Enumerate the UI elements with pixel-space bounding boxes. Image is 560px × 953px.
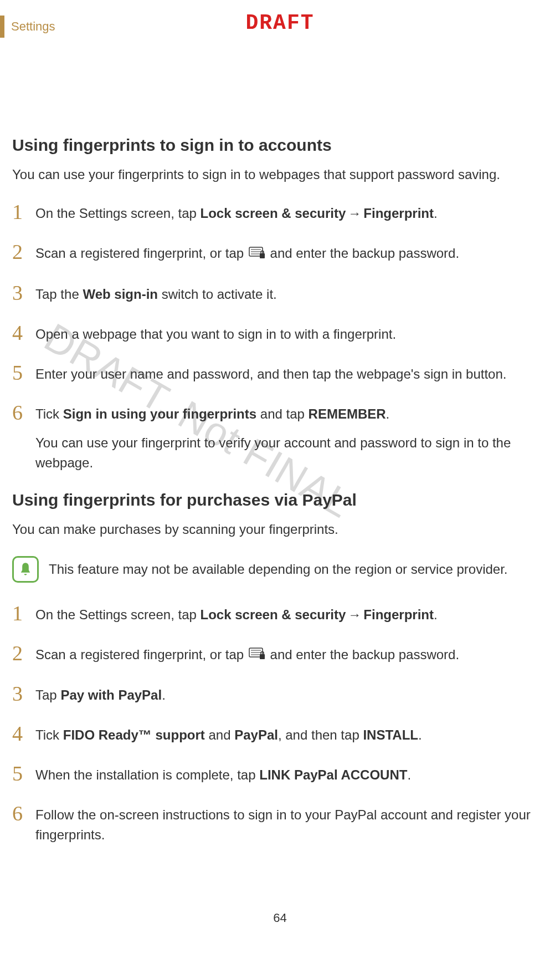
section1-steps: 1 On the Settings screen, tap Lock scree… [12,201,548,473]
section1-title: Using fingerprints to sign in to account… [12,136,548,155]
section2-title: Using fingerprints for purchases via Pay… [12,491,548,509]
list-item: 2 Scan a registered fingerprint, or tap … [12,643,548,666]
list-item: 5 Enter your user name and password, and… [12,362,548,384]
step-number: 1 [12,201,35,222]
page-number: 64 [273,911,286,925]
list-item: 4 Tick FIDO Ready™ support and PayPal, a… [12,723,548,745]
step-number: 3 [12,282,35,303]
step-number: 4 [12,322,35,343]
page-header: Settings DRAFT [0,0,560,35]
step-text: Open a webpage that you want to sign in … [35,322,396,344]
step-number: 6 [12,402,35,423]
section-tab-bar [0,16,4,38]
section1-intro: You can use your fingerprints to sign in… [12,165,548,185]
section2-intro: You can make purchases by scanning your … [12,519,548,539]
step-number: 5 [12,763,35,784]
list-item: 3 Tap Pay with PayPal. [12,683,548,705]
step-text: Scan a registered fingerprint, or tap an… [35,241,459,264]
list-item: 3 Tap the Web sign-in switch to activate… [12,282,548,304]
step-number: 6 [12,803,35,824]
step-text: Tick Sign in using your fingerprints and… [35,402,548,473]
svg-rect-4 [260,253,265,258]
step-number: 4 [12,723,35,744]
list-item: 2 Scan a registered fingerprint, or tap … [12,241,548,264]
step-number: 1 [12,603,35,624]
step-text: On the Settings screen, tap Lock screen … [35,603,438,625]
step-text: When the installation is complete, tap L… [35,763,411,785]
step-number: 3 [12,683,35,704]
main-content: DRAFT, Not FINAL Using fingerprints to s… [0,35,560,845]
step-text: Enter your user name and password, and t… [35,362,506,384]
section2-steps: 1 On the Settings screen, tap Lock scree… [12,603,548,845]
list-item: 4 Open a webpage that you want to sign i… [12,322,548,344]
list-item: 5 When the installation is complete, tap… [12,763,548,785]
keyboard-lock-icon [249,244,265,264]
list-item: 6 Tick Sign in using your fingerprints a… [12,402,548,473]
draft-header: DRAFT [0,11,560,35]
step-text: Tap the Web sign-in switch to activate i… [35,282,277,304]
bell-icon [12,556,39,583]
step-text: Tick FIDO Ready™ support and PayPal, and… [35,723,422,745]
list-item: 1 On the Settings screen, tap Lock scree… [12,603,548,625]
note-box: This feature may not be available depend… [12,556,548,583]
step-text: Follow the on-screen instructions to sig… [35,803,548,845]
step-number: 2 [12,241,35,262]
step-number: 2 [12,643,35,664]
step-text: Tap Pay with PayPal. [35,683,166,705]
svg-rect-9 [260,654,265,659]
list-item: 1 On the Settings screen, tap Lock scree… [12,201,548,223]
keyboard-lock-icon [249,645,265,665]
section-label: Settings [11,19,55,34]
list-item: 6 Follow the on-screen instructions to s… [12,803,548,845]
step-number: 5 [12,362,35,383]
note-text: This feature may not be available depend… [49,559,508,579]
step-subtext: You can use your fingerprint to verify y… [35,433,548,473]
step-text: On the Settings screen, tap Lock screen … [35,201,438,223]
step-text: Scan a registered fingerprint, or tap an… [35,643,459,666]
section-tab: Settings [0,16,55,38]
